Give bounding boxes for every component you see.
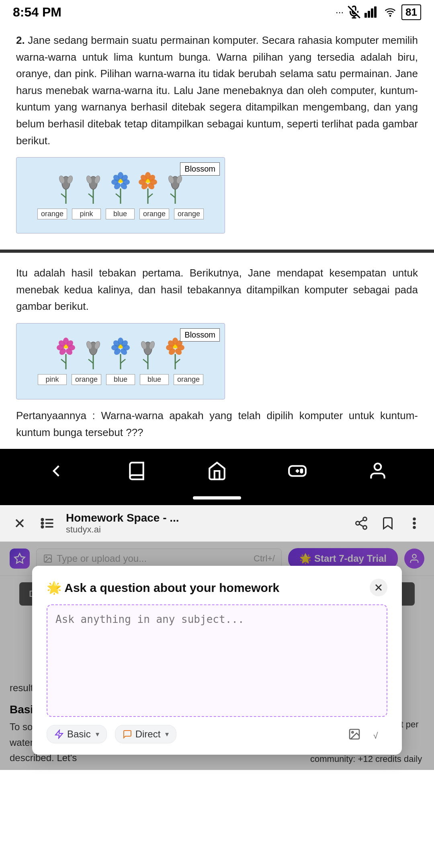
svg-point-88 [375,463,381,470]
svg-marker-111 [55,730,63,738]
share-button[interactable] [351,513,371,533]
signal-dots-icon: ··· [336,6,344,18]
back-button[interactable] [40,455,72,487]
svg-point-103 [414,522,416,524]
document-section-2: Itu adalah hasil tebakan pertama. Beriku… [0,253,434,449]
status-bar: 8:54 PM ··· 81 [0,0,434,24]
doc-paragraph-1-text: Jane sedang bermain suatu permainan komp… [16,34,418,147]
flower-label-1: orange [37,209,67,219]
more-button[interactable] [404,513,424,533]
flower-label-2-3: blue [106,374,135,385]
flower-row-1 [55,172,186,204]
modal-footer-right: √ [346,725,387,743]
flower-1 [55,172,77,204]
modal-footer: Basic ▾ Direct ▾ [47,725,387,743]
doc-paragraph-1: 2. Jane sedang bermain suatu permainan k… [16,32,418,149]
svg-text:√: √ [373,731,378,741]
wifi-icon [383,6,397,18]
flower-2-1-pink [55,337,77,369]
browser-bar: Homework Space - ... studyx.ai [0,505,434,542]
svg-point-97 [363,517,367,521]
flower-2-4 [137,337,159,369]
svg-rect-6 [374,6,377,18]
flower-label-2: pink [72,209,101,219]
svg-point-96 [41,526,43,528]
bottom-navigation [0,449,434,493]
bottom-indicator [0,493,434,505]
doc-question: Pertanyaannya : Warna-warna apakah yang … [16,407,418,441]
flower-3-blue [109,172,132,204]
browser-actions [351,513,424,533]
svg-point-113 [352,731,353,733]
home-button[interactable] [201,455,233,487]
direct-mode-button[interactable]: Direct ▾ [115,725,177,743]
app-area: Type or upload you... Ctrl+/ 🌟 Start 7-d… [0,542,434,770]
svg-point-102 [414,518,416,520]
svg-rect-3 [364,13,367,18]
game-button[interactable] [281,455,313,487]
flower-2-5-orange [164,337,186,369]
modal-overlay: 🌟 Ask a question about your homework Bas… [0,542,434,770]
svg-line-44 [61,359,66,363]
signal-icon [364,6,379,18]
svg-point-95 [41,522,43,524]
status-time: 8:54 PM [13,5,61,20]
svg-line-74 [175,359,180,363]
flower-label-2-4: blue [140,374,169,385]
flower-diagram-1: Blossom [16,157,225,233]
formula-button[interactable]: √ [370,725,387,743]
battery-icon: 81 [401,4,421,20]
svg-line-59 [121,359,125,363]
svg-line-100 [359,524,363,526]
browser-title-area: Homework Space - ... studyx.ai [66,512,343,535]
flower-labels-2: pink orange blue blue orange [38,374,203,385]
image-upload-button[interactable] [346,725,363,743]
direct-chevron-icon: ▾ [165,730,169,739]
flower-row-2 [55,337,186,369]
blossom-label-1: Blossom [180,162,220,176]
bottom-pill [193,496,241,500]
svg-point-98 [356,522,360,525]
flower-label-2-1: pink [38,374,67,385]
flower-label-5: orange [174,209,204,219]
question-number: 2. [16,34,25,46]
profile-button[interactable] [362,455,394,487]
svg-point-104 [414,526,416,528]
browser-filter-button[interactable] [38,513,58,533]
modal-close-button[interactable] [370,579,387,596]
svg-point-94 [41,519,43,521]
book-button[interactable] [121,455,153,487]
svg-line-29 [148,194,153,198]
modal-textarea-box[interactable] [47,604,387,717]
lightning-icon [54,729,64,739]
flower-label-4: orange [139,209,169,219]
svg-rect-4 [368,11,370,18]
flower-label-3: blue [106,209,135,219]
flower-label-2-2: orange [72,374,101,385]
bookmark-button[interactable] [378,513,398,533]
svg-line-54 [88,359,93,363]
flower-diagram-2: Blossom [16,323,225,399]
svg-rect-5 [371,8,373,18]
svg-line-69 [143,359,148,363]
browser-close-button[interactable] [10,513,30,533]
svg-point-87 [301,471,302,473]
status-icons: ··· 81 [336,4,421,20]
basic-mode-button[interactable]: Basic ▾ [47,725,107,743]
flower-2-3-blue [109,337,132,369]
modal-textarea[interactable] [55,613,379,694]
homework-modal: 🌟 Ask a question about your homework Bas… [32,566,402,755]
flower-4-orange [137,172,159,204]
svg-line-101 [359,520,363,522]
basic-mode-label: Basic [67,729,91,740]
flower-label-2-5: orange [174,374,203,385]
flower-2-2 [82,337,104,369]
doc-paragraph-2: Itu adalah hasil tebakan pertama. Beriku… [16,265,418,315]
svg-point-99 [363,526,367,529]
svg-line-39 [170,194,175,198]
modal-footer-modes: Basic ▾ Direct ▾ [47,725,176,743]
modal-title: 🌟 Ask a question about your homework [47,581,279,595]
direct-mode-label: Direct [135,729,161,740]
direct-icon [123,729,132,739]
document-section-1: 2. Jane sedang bermain suatu permainan k… [0,24,434,253]
